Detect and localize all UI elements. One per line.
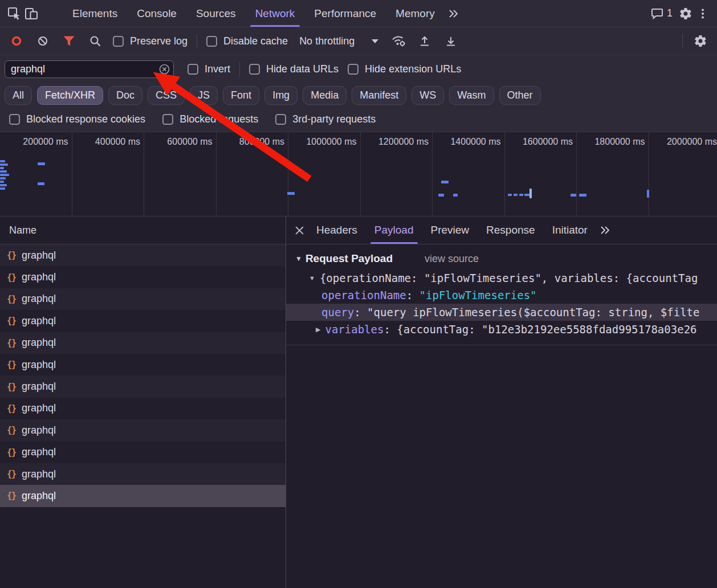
tab-elements[interactable]: Elements [63, 0, 127, 27]
detail-tab-headers[interactable]: Headers [308, 217, 366, 244]
timeline-label: 1400000 ms [433, 132, 505, 216]
filter-chip-img[interactable]: Img [264, 86, 298, 105]
timeline-bar [453, 194, 458, 197]
key-value-separator: : [384, 323, 397, 336]
payload-root-row[interactable]: ▼{operationName: "ipFlowTimeseries", var… [286, 270, 717, 287]
request-row[interactable]: {}graphql [0, 310, 286, 332]
more-tabs-button[interactable] [445, 4, 462, 23]
checkbox-blocked-response-cookies[interactable]: Blocked response cookies [9, 113, 145, 125]
payload-key: query [321, 306, 354, 318]
request-row[interactable]: {}graphql [0, 266, 286, 288]
export-har-button[interactable] [442, 31, 459, 51]
console-messages-button[interactable] [649, 4, 666, 23]
payload-row-query[interactable]: query: "query ipFlowTimeseries($accountT… [286, 304, 717, 321]
tab-performance[interactable]: Performance [304, 0, 386, 27]
more-options-button[interactable] [694, 4, 711, 23]
key-value-separator: : [406, 289, 419, 301]
request-row[interactable]: {}graphql [0, 354, 286, 375]
request-row[interactable]: {}graphql [0, 419, 286, 441]
checkbox-3rd-party-requests[interactable]: 3rd-party requests [275, 113, 376, 125]
collapse-icon[interactable]: ▼ [309, 275, 315, 281]
timeline-bar [441, 181, 449, 183]
more-detail-tabs-button[interactable] [596, 220, 613, 240]
filter-chip-doc[interactable]: Doc [108, 86, 142, 105]
json-request-icon: {} [7, 338, 16, 348]
timeline-label: 600000 ms [144, 132, 217, 216]
filter-button[interactable] [60, 31, 78, 51]
hide-extension-urls-checkbox[interactable]: Hide extension URLs [348, 63, 461, 75]
request-row[interactable]: {}graphql [0, 463, 286, 485]
close-details-button[interactable] [291, 220, 308, 240]
checkbox-blocked-requests[interactable]: Blocked requests [162, 113, 258, 125]
preserve-log-checkbox[interactable]: Preserve log [113, 35, 188, 47]
filter-chip-css[interactable]: CSS [148, 86, 185, 105]
timeline-label: 800000 ms [217, 132, 289, 216]
expand-icon[interactable]: ▶ [316, 326, 320, 333]
checkbox-box[interactable] [113, 36, 124, 47]
filter-chip-fetch-xhr[interactable]: Fetch/XHR [37, 86, 103, 105]
request-row[interactable]: {}graphql [0, 485, 286, 507]
invert-checkbox[interactable]: Invert [188, 63, 230, 75]
checkbox-box[interactable] [9, 114, 20, 125]
view-source-link[interactable]: view source [425, 253, 479, 265]
close-icon [295, 226, 304, 235]
timeline-bar [571, 194, 576, 197]
detail-tab-initiator[interactable]: Initiator [544, 217, 596, 244]
filter-chip-manifest[interactable]: Manifest [352, 86, 406, 105]
filter-chip-font[interactable]: Font [223, 86, 259, 105]
checkbox-box[interactable] [249, 64, 260, 75]
payload-root-preview: {operationName: "ipFlowTimeseries", vari… [320, 272, 698, 284]
json-request-icon: {} [7, 469, 16, 479]
request-row[interactable]: {}graphql [0, 398, 286, 419]
record-button[interactable] [8, 31, 25, 51]
checkbox-box[interactable] [206, 36, 217, 47]
hide-data-urls-checkbox[interactable]: Hide data URLs [249, 63, 339, 75]
checkbox-box[interactable] [162, 114, 173, 125]
disable-cache-checkbox[interactable]: Disable cache [206, 35, 288, 47]
request-row[interactable]: {}graphql [0, 442, 286, 463]
request-row[interactable]: {}graphql [0, 244, 286, 266]
timeline-bar [0, 174, 9, 176]
network-settings-button[interactable] [692, 31, 709, 51]
throttling-select[interactable]: No throttling [299, 35, 378, 47]
filter-chip-ws[interactable]: WS [412, 86, 444, 105]
search-button[interactable] [87, 31, 104, 51]
request-row[interactable]: {}graphql [0, 375, 286, 397]
filter-chip-js[interactable]: JS [190, 86, 218, 105]
detail-tab-preview[interactable]: Preview [422, 217, 478, 244]
request-row[interactable]: {}graphql [0, 332, 286, 354]
settings-button[interactable] [677, 4, 694, 23]
checkbox-box[interactable] [275, 114, 286, 125]
detail-tab-response[interactable]: Response [478, 217, 544, 244]
tab-memory[interactable]: Memory [386, 0, 445, 27]
payload-value: "query ipFlowTimeseries($accountTag: str… [367, 306, 699, 318]
filter-chip-all[interactable]: All [5, 86, 32, 105]
collapse-section-icon[interactable]: ▼ [295, 255, 302, 263]
name-column-label: Name [9, 224, 36, 236]
checkbox-box[interactable] [348, 64, 358, 75]
checkbox-box[interactable] [188, 64, 198, 75]
tab-sources[interactable]: Sources [186, 0, 246, 27]
request-name: graphql [22, 468, 56, 480]
timeline-overview[interactable]: 200000 ms400000 ms600000 ms800000 ms1000… [0, 132, 717, 217]
payload-row-variables[interactable]: ▶variables: {accountTag: "b12e3b2192ee55… [286, 321, 717, 338]
device-toolbar-button[interactable] [23, 4, 40, 23]
request-row[interactable]: {}graphql [0, 288, 286, 310]
tab-console[interactable]: Console [127, 0, 186, 27]
network-filter-input[interactable] [5, 60, 174, 78]
network-conditions-button[interactable] [390, 31, 407, 51]
timeline-bar [0, 187, 5, 190]
clear-button[interactable] [34, 31, 51, 51]
clear-filter-icon[interactable] [159, 64, 170, 75]
filter-chip-media[interactable]: Media [303, 86, 347, 105]
import-har-button[interactable] [416, 31, 433, 51]
detail-tab-payload[interactable]: Payload [366, 217, 422, 244]
inspect-element-button[interactable] [6, 4, 23, 23]
name-column-header[interactable]: Name [0, 217, 286, 244]
filter-chip-other[interactable]: Other [499, 86, 541, 105]
device-toolbar-icon [24, 6, 39, 21]
payload-row-operationname[interactable]: operationName: "ipFlowTimeseries" [286, 287, 717, 304]
request-name: graphql [22, 381, 56, 393]
tab-network[interactable]: Network [246, 0, 305, 27]
filter-chip-wasm[interactable]: Wasm [449, 86, 494, 105]
